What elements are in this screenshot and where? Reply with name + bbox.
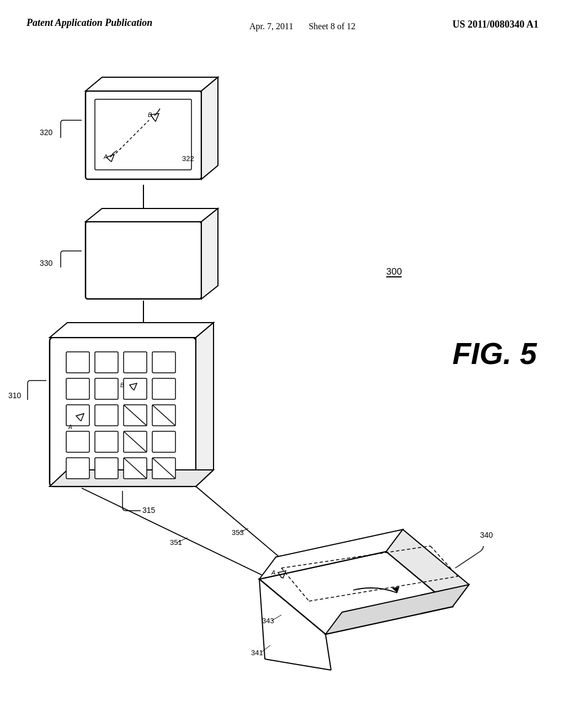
svg-rect-18 — [86, 222, 201, 299]
svg-text:FIG. 5: FIG. 5 — [452, 336, 537, 371]
svg-rect-29 — [66, 352, 89, 373]
svg-text:320: 320 — [40, 128, 53, 137]
svg-rect-36 — [124, 378, 147, 399]
svg-text:351: 351 — [170, 538, 182, 547]
svg-line-87 — [265, 659, 331, 670]
svg-rect-3 — [95, 99, 191, 170]
svg-rect-34 — [95, 378, 118, 399]
svg-marker-26 — [50, 323, 214, 338]
svg-text:315: 315 — [142, 506, 156, 515]
svg-marker-19 — [86, 208, 218, 222]
header-center-info: Apr. 7, 2011 Sheet 8 of 12 — [249, 19, 355, 35]
svg-line-78 — [455, 552, 480, 568]
box-340: A 340 343 341 — [251, 529, 493, 670]
sheet-info: Sheet 8 of 12 — [308, 22, 355, 31]
svg-text:300: 300 — [386, 266, 402, 277]
svg-marker-27 — [196, 323, 214, 486]
svg-rect-49 — [66, 458, 89, 479]
svg-line-63 — [196, 486, 292, 568]
patent-diagram: A B 322 320 330 — [0, 72, 565, 728]
publication-label: Patent Application Publication — [26, 15, 152, 30]
svg-rect-31 — [124, 352, 147, 373]
svg-rect-30 — [95, 352, 118, 373]
svg-rect-48 — [152, 431, 175, 452]
svg-text:353: 353 — [232, 528, 244, 537]
svg-rect-41 — [95, 405, 118, 426]
svg-rect-45 — [66, 431, 89, 452]
svg-rect-38 — [152, 378, 175, 399]
svg-text:322: 322 — [182, 154, 194, 163]
svg-text:341: 341 — [251, 649, 263, 657]
svg-text:330: 330 — [40, 259, 53, 267]
svg-marker-2 — [201, 77, 218, 179]
pub-date: Apr. 7, 2011 — [249, 22, 293, 31]
svg-text:310: 310 — [8, 391, 22, 400]
svg-marker-20 — [201, 208, 218, 299]
box-320: A B 322 320 — [40, 77, 218, 179]
svg-marker-1 — [86, 77, 218, 91]
svg-text:340: 340 — [480, 531, 493, 539]
svg-rect-46 — [95, 431, 118, 452]
box-310: B A 310 315 — [8, 323, 214, 515]
box-330: 330 — [40, 208, 218, 299]
svg-rect-50 — [95, 458, 118, 479]
svg-rect-32 — [152, 352, 175, 373]
svg-text:A: A — [68, 424, 72, 430]
svg-text:A: A — [271, 569, 275, 576]
patent-number: US 2011/0080340 A1 — [452, 19, 539, 30]
svg-rect-33 — [66, 378, 89, 399]
page-header: Patent Application Publication Apr. 7, 2… — [0, 0, 565, 35]
